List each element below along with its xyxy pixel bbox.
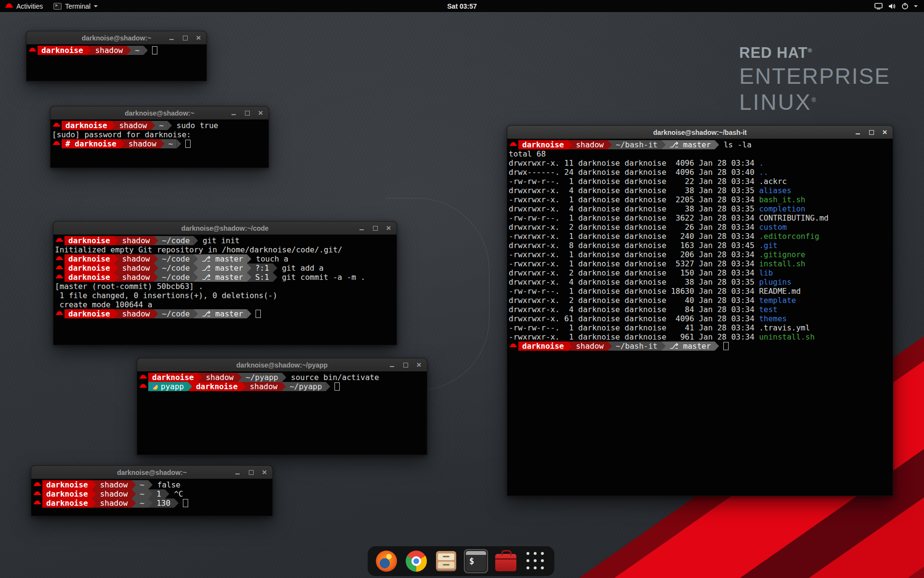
dock-item-terminal[interactable] <box>464 549 488 573</box>
powerline-separator-icon <box>114 309 118 318</box>
prompt-segment: ~/code <box>158 236 194 245</box>
terminal-window[interactable]: darknoise@shadow:~×darknoiseshadow~ <box>26 31 207 81</box>
maximize-icon <box>403 363 408 368</box>
terminal-line: darknoiseshadow~1 ^C <box>33 489 271 499</box>
terminal-line: drwxrwxr-x. 61 darknoise darknoise 4096 … <box>509 314 891 323</box>
terminal-line: darknoiseshadow~/pyapp source bin/activa… <box>139 373 425 382</box>
close-button[interactable]: × <box>261 469 268 476</box>
close-button[interactable]: × <box>415 361 423 369</box>
minimize-button[interactable] <box>230 109 237 117</box>
prompt-segment: darknoise <box>38 46 87 55</box>
maximize-button[interactable] <box>372 224 379 232</box>
maximize-button[interactable] <box>244 109 251 117</box>
close-button[interactable]: × <box>195 34 202 42</box>
prompt-segment: ~ <box>136 499 149 508</box>
maximize-button[interactable] <box>868 129 875 136</box>
terminal-text: total 68 <box>509 149 546 158</box>
terminal-text: 1 file changed, 0 insertions(+), 0 delet… <box>55 291 277 300</box>
powerline-separator-icon <box>87 46 91 55</box>
prompt-segment: ~ <box>136 480 149 489</box>
terminal-line: darknoiseshadow~/code⎇ master <box>55 309 395 318</box>
redhat-prompt-icon <box>56 309 64 318</box>
terminal-line: [sudo] password for darknoise: <box>52 130 267 139</box>
dock-item-chrome[interactable] <box>404 549 428 573</box>
prompt-segment: shadow <box>91 46 127 55</box>
maximize-icon <box>373 226 378 231</box>
activities-button[interactable]: Activities <box>0 0 48 12</box>
terminal-window[interactable]: darknoise@shadow:~/bash-it×darknoiseshad… <box>507 125 893 496</box>
prompt-segment: ⎇ master <box>666 342 715 351</box>
close-button[interactable]: × <box>257 109 264 117</box>
terminal-window[interactable]: darknoise@shadow:~/code×darknoiseshadow~… <box>53 221 397 345</box>
powerline-separator-icon <box>114 236 118 245</box>
directory-name: test <box>759 305 778 314</box>
terminal-content[interactable]: darknoiseshadow~/bash-it⎇ master ls -lat… <box>507 139 893 496</box>
window-titlebar[interactable]: darknoise@shadow:~× <box>31 466 272 479</box>
window-titlebar[interactable]: darknoise@shadow:~× <box>51 106 269 120</box>
window-titlebar[interactable]: darknoise@shadow:~/code× <box>53 222 397 235</box>
window-controls: × <box>388 358 423 371</box>
terminal-line: -rwxrwxr-x. 1 darknoise darknoise 240 Ja… <box>509 232 891 241</box>
executable-name: bash_it.sh <box>759 195 805 204</box>
powerline-separator-icon <box>193 273 198 282</box>
powerline-separator-icon <box>188 382 192 391</box>
window-controls: × <box>230 106 264 119</box>
powerline-separator-icon <box>608 140 612 149</box>
terminal-text: drwxrwxr-x. 4 darknoise darknoise 38 Jan… <box>509 277 759 287</box>
directory-name: .. <box>759 168 768 177</box>
prompt-segment: # darknoise <box>62 139 120 148</box>
directory-name: aliases <box>759 186 791 195</box>
maximize-icon <box>249 470 254 475</box>
terminal-text: [sudo] password for darknoise: <box>52 130 196 139</box>
powerline-separator-icon <box>92 489 96 499</box>
minimize-button[interactable] <box>358 224 365 232</box>
app-menu-terminal[interactable]: Terminal <box>48 0 103 12</box>
terminal-content[interactable]: darknoiseshadow~/code git initInitialize… <box>53 235 397 345</box>
terminal-line: # darknoiseshadow~ <box>52 139 267 148</box>
terminal-window[interactable]: darknoise@shadow:~/pyapp×darknoiseshadow… <box>137 358 427 455</box>
dock-item-files[interactable] <box>434 549 458 573</box>
dock-item-toolbox[interactable] <box>494 549 518 573</box>
terminal-line: darknoiseshadow~/code⎇ master touch a <box>55 254 395 263</box>
terminal-window[interactable]: darknoise@shadow:~×darknoiseshadow~ fals… <box>31 465 273 516</box>
minimize-button[interactable] <box>854 129 861 136</box>
close-button[interactable]: × <box>385 224 392 232</box>
powerline-separator-icon <box>242 382 246 391</box>
terminal-content[interactable]: darknoiseshadow~ sudo true[sudo] passwor… <box>51 119 269 168</box>
maximize-button[interactable] <box>402 361 409 369</box>
window-titlebar[interactable]: darknoise@shadow:~/bash-it× <box>507 126 893 139</box>
maximize-button[interactable] <box>181 34 189 42</box>
terminal-content[interactable]: darknoiseshadow~/pyapp source bin/activa… <box>137 371 427 455</box>
window-titlebar[interactable]: darknoise@shadow:~/pyapp× <box>137 358 427 372</box>
prompt-segment: ~/code <box>158 273 194 282</box>
terminal-content[interactable]: darknoiseshadow~ falsedarknoiseshadow~1 … <box>31 479 272 516</box>
system-status-area[interactable] <box>874 0 924 12</box>
clock[interactable]: Sat 03:57 <box>447 2 476 10</box>
close-button[interactable]: × <box>881 129 888 136</box>
brand-line-linux: LINUX® <box>739 89 890 115</box>
terminal-line: darknoiseshadow~/code⎇ masterS:1 git com… <box>55 273 395 282</box>
window-controls: × <box>234 466 268 479</box>
minimize-button[interactable] <box>168 34 175 42</box>
powerline-separator-icon <box>715 342 719 351</box>
close-icon: × <box>262 469 267 476</box>
maximize-button[interactable] <box>247 469 255 476</box>
terminal-text: -rwxrwxr-x. 1 darknoise darknoise 961 Ja… <box>509 332 759 342</box>
terminal-text: -rwxrwxr-x. 1 darknoise darknoise 2205 J… <box>509 195 759 204</box>
minimize-button[interactable] <box>234 469 241 476</box>
terminal-line: -rw-rw-r--. 1 darknoise darknoise 22 Jan… <box>509 177 891 186</box>
prompt-segment: 1 <box>153 489 165 499</box>
terminal-window[interactable]: darknoise@shadow:~×darknoiseshadow~ sudo… <box>50 106 269 168</box>
minimize-button[interactable] <box>388 361 396 369</box>
dock-item-app-grid[interactable] <box>524 549 548 573</box>
power-icon <box>901 2 909 10</box>
dock-item-firefox[interactable] <box>374 549 398 573</box>
redhat-prompt-icon <box>34 499 41 508</box>
top-bar: Activities Terminal Sat 03:57 <box>0 0 924 12</box>
prompt-segment: darknoise <box>62 121 111 130</box>
window-titlebar[interactable]: darknoise@shadow:~× <box>26 31 206 45</box>
prompt-segment: shadow <box>572 140 608 149</box>
terminal-content[interactable]: darknoiseshadow~ <box>26 44 206 81</box>
redhat-prompt-icon <box>56 254 64 263</box>
redhat-prompt-icon <box>510 342 517 351</box>
